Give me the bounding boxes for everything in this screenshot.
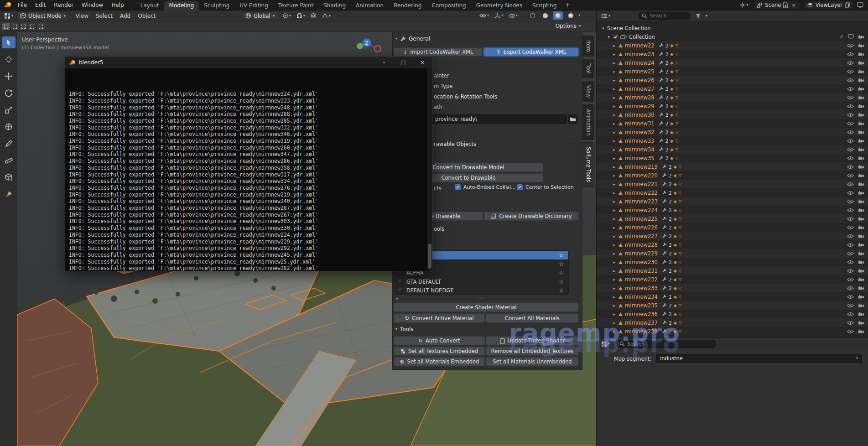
- options-dropdown[interactable]: Options ▾: [556, 23, 581, 29]
- disable-in-render-camera-icon[interactable]: [858, 43, 864, 48]
- hide-in-viewport-eye-icon[interactable]: [847, 329, 854, 334]
- object-name[interactable]: mirnnew232: [625, 276, 658, 283]
- outliner-object-row[interactable]: ▸ mirnnew220 2 ◆ ▽: [597, 171, 868, 180]
- expand-chevron-icon[interactable]: ▸: [611, 286, 617, 290]
- material-list-item[interactable]: DEFAULT NOEDGE ☆: [394, 286, 568, 295]
- object-name[interactable]: mirnnew226: [625, 224, 658, 231]
- disable-in-render-camera-icon[interactable]: [858, 303, 864, 308]
- workspace-tab[interactable]: Geometry Nodes: [471, 1, 527, 10]
- expand-chevron-icon[interactable]: ▸: [611, 199, 617, 204]
- workspace-tab[interactable]: UV Editing: [234, 1, 273, 10]
- sidebar-tab[interactable]: Tool: [582, 59, 594, 78]
- outliner-object-row[interactable]: ▸ mirnnew232 2 ◆ ▽: [597, 275, 868, 284]
- expand-chevron-icon[interactable]: ▸: [611, 234, 617, 239]
- falloff-button[interactable]: ▾: [321, 12, 332, 20]
- outliner-object-row[interactable]: ▸ mirnnew22 2 ◆ ▽: [597, 41, 868, 50]
- disable-in-render-camera-icon[interactable]: [858, 61, 864, 65]
- bottom-panel-search[interactable]: [616, 340, 716, 348]
- disable-in-render-camera-icon[interactable]: [858, 165, 864, 169]
- expand-chevron-icon[interactable]: ▸: [611, 87, 617, 91]
- object-name[interactable]: mirnnew236: [625, 311, 658, 317]
- outliner-object-row[interactable]: ▸ mirnnew219 2 ◆ ▽: [597, 162, 868, 171]
- hide-in-viewport-eye-icon[interactable]: [847, 269, 854, 273]
- scene-collection-row[interactable]: ▾ Scene Collection: [597, 24, 868, 32]
- blender-logo-icon[interactable]: [4, 1, 12, 9]
- shading-material-button[interactable]: [553, 11, 563, 20]
- object-name[interactable]: mirnnew229: [625, 250, 658, 257]
- disable-in-render-camera-icon[interactable]: [858, 321, 864, 325]
- expand-chevron-icon[interactable]: ▸: [611, 165, 617, 169]
- general-section-header[interactable]: ▾ General: [395, 36, 430, 42]
- viewlayer-selector[interactable]: ViewLayer: [804, 1, 853, 9]
- expand-chevron-icon[interactable]: ▸: [611, 243, 617, 247]
- export-codewalker-button[interactable]: ↑ Export CodeWalker XML: [483, 47, 579, 57]
- outliner-object-row[interactable]: ▸ mirnnew226 2 ◆ ▽: [597, 223, 868, 232]
- favorite-star-icon[interactable]: ☆: [559, 261, 564, 267]
- favorite-star-icon[interactable]: ☆: [559, 287, 564, 294]
- collection-checkbox-icon[interactable]: [613, 34, 619, 40]
- map-segment-dropdown[interactable]: industne ▾: [656, 354, 862, 363]
- hide-in-viewport-eye-icon[interactable]: [847, 225, 854, 230]
- outliner-editor-type-button[interactable]: ▾: [600, 12, 612, 20]
- workspace-tab[interactable]: Sculpting: [199, 1, 234, 10]
- hide-in-viewport-eye-icon[interactable]: [847, 191, 854, 195]
- proportional-edit-button[interactable]: [309, 12, 318, 20]
- shading-rendered-button[interactable]: [566, 11, 576, 20]
- object-name[interactable]: mirnnew32: [625, 129, 655, 135]
- exclude-check-icon[interactable]: ✓: [840, 34, 844, 40]
- expand-chevron-icon[interactable]: ▸: [611, 147, 617, 152]
- remove-embedded-textures-button[interactable]: Remove all Embedded Textures: [486, 347, 579, 356]
- menu-item[interactable]: Render: [50, 0, 78, 10]
- hide-in-viewport-eye-icon[interactable]: [847, 173, 854, 178]
- outliner-object-row[interactable]: ▸ mirnnew222 2 ◆ ▽: [597, 188, 868, 197]
- hide-in-viewport-eye-icon[interactable]: [847, 121, 854, 126]
- move-tool[interactable]: [2, 70, 16, 82]
- favorite-star-icon[interactable]: ☆: [559, 270, 564, 276]
- object-name[interactable]: mirnnew227: [625, 233, 658, 239]
- object-name[interactable]: mirnnew223: [625, 198, 658, 205]
- set-textures-embedded-button[interactable]: Set all Textures Embedded: [394, 347, 485, 356]
- annotate-tool[interactable]: [2, 138, 16, 150]
- hide-in-viewport-eye-icon[interactable]: [847, 312, 854, 316]
- disable-in-render-camera-icon[interactable]: [858, 182, 864, 187]
- console-window[interactable]: blender5 – □ × INFO: Successfully export…: [65, 56, 432, 271]
- disable-in-render-camera-icon[interactable]: [858, 295, 864, 299]
- outliner-object-row[interactable]: ▸ mirnnew233 2 ◆ ▽: [597, 284, 868, 292]
- select-mode-invert[interactable]: [28, 23, 36, 31]
- disable-in-render-camera-icon[interactable]: [858, 113, 864, 117]
- disable-in-render-camera-icon[interactable]: [858, 251, 864, 256]
- disable-in-render-camera-icon[interactable]: [858, 52, 864, 57]
- filter-funnel-icon[interactable]: [695, 13, 701, 19]
- object-name[interactable]: mirnnew237: [625, 320, 658, 326]
- object-name[interactable]: mirnnew230: [625, 259, 658, 265]
- outliner-object-row[interactable]: ▸ mirnnew234 2 ◆ ▽: [597, 292, 868, 301]
- hide-in-viewport-eye-icon[interactable]: [847, 69, 854, 74]
- expand-chevron-icon[interactable]: ▾: [606, 35, 612, 39]
- brush-tool[interactable]: [2, 188, 16, 200]
- hide-in-viewport-eye-icon[interactable]: [847, 104, 854, 109]
- disable-in-render-camera-icon[interactable]: [858, 69, 864, 74]
- outliner-object-row[interactable]: ▸ mirnnew28 2 ◆ ▽: [597, 93, 868, 102]
- snap-button[interactable]: ▾: [295, 12, 307, 20]
- expand-chevron-icon[interactable]: ▸: [611, 312, 617, 316]
- expand-chevron-icon[interactable]: ▸: [611, 260, 617, 264]
- workspace-tab[interactable]: Scripting: [527, 1, 561, 10]
- object-name[interactable]: mirnnew23: [625, 51, 655, 57]
- hide-in-viewport-eye-icon[interactable]: [847, 260, 854, 264]
- outliner-object-row[interactable]: ▸ mirnnew224 2 ◆ ▽: [597, 206, 868, 214]
- object-name[interactable]: mirnnew224: [625, 207, 658, 213]
- workspace-tab[interactable]: Shading: [318, 1, 351, 10]
- hide-in-viewport-eye-icon[interactable]: [847, 52, 854, 57]
- object-name[interactable]: mirnnew24: [625, 60, 655, 66]
- disable-in-render-camera-icon[interactable]: [858, 243, 864, 247]
- unlink-scene-icon[interactable]: ×: [790, 2, 796, 8]
- hide-in-viewport-eye-icon[interactable]: [847, 113, 854, 117]
- viewport-menu-item[interactable]: Add: [116, 13, 134, 19]
- hide-in-viewport-eye-icon[interactable]: [847, 199, 854, 204]
- menu-item[interactable]: Help: [107, 0, 128, 10]
- overlays-dropdown[interactable]: ▾: [507, 12, 519, 20]
- import-codewalker-button[interactable]: ↓ Import CodeWalker XML: [394, 47, 483, 57]
- hide-in-viewport-eye-icon[interactable]: [847, 286, 854, 290]
- object-name[interactable]: mirnnew29: [625, 103, 655, 109]
- expand-chevron-icon[interactable]: ▸: [611, 52, 617, 57]
